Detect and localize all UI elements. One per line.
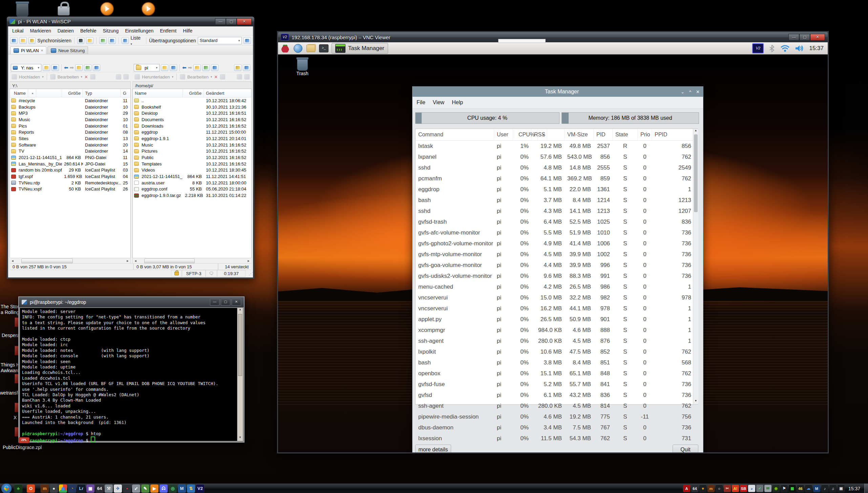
- column-prio[interactable]: Prio: [638, 129, 652, 141]
- mirror-files-icon[interactable]: [28, 37, 36, 44]
- taskbar-icon[interactable]: 64: [96, 485, 104, 493]
- scroll-up-icon[interactable]: ▲: [693, 129, 698, 134]
- maximize-button[interactable]: ▢: [799, 34, 810, 41]
- scroll-thumb[interactable]: [694, 134, 698, 212]
- file-row[interactable]: Backups Dateiordner 10: [10, 104, 130, 110]
- parent-dir-icon[interactable]: [193, 64, 201, 71]
- tray-icon[interactable]: SB: [740, 485, 747, 492]
- process-row[interactable]: gvfs-mtp-volume-monitor pi 0% 4.5 MB 39.…: [416, 249, 698, 260]
- process-row[interactable]: applet.py pi 0% 26.5 MB 50.9 MB 901 S 0 …: [416, 314, 698, 325]
- file-row[interactable]: Music 10.12.2021 16:16:52: [133, 142, 251, 148]
- open-folder-icon[interactable]: [161, 64, 168, 71]
- tray-icon[interactable]: ▦: [789, 485, 796, 492]
- forward-icon[interactable]: ➡: [188, 65, 192, 71]
- menu-item[interactable]: Sitzung: [103, 28, 119, 34]
- console-icon[interactable]: [77, 37, 85, 44]
- transfer-preset-select[interactable]: Standard▾: [198, 37, 242, 44]
- forward-icon[interactable]: ➡: [70, 65, 74, 71]
- taskbar-icon[interactable]: ♣: [14, 485, 22, 493]
- download-button[interactable]: Herunterladen: [142, 74, 170, 80]
- column-size[interactable]: Größe: [62, 89, 83, 97]
- desktop-label[interactable]: X: [14, 415, 17, 420]
- taskbar-icon[interactable]: ◔: [68, 485, 76, 493]
- pi-trash-shortcut[interactable]: Trash: [292, 59, 313, 76]
- tray-icon[interactable]: A!: [732, 485, 739, 492]
- bluetooth-icon[interactable]: [768, 44, 775, 52]
- expand-icon[interactable]: [244, 74, 250, 80]
- file-row[interactable]: Desktop 10.12.2021 16:16:51: [133, 110, 251, 116]
- refresh-icon[interactable]: [99, 37, 107, 44]
- process-row[interactable]: lxpolkit pi 0% 10.6 MB 47.5 MB 852 S 0 7…: [416, 346, 698, 357]
- close-button[interactable]: ✕: [810, 34, 825, 41]
- taskbar-task-manager[interactable]: Task Manager: [332, 43, 388, 54]
- file-row[interactable]: Pics Dateiordner 01: [10, 123, 130, 129]
- filter-icon[interactable]: [170, 64, 177, 71]
- taskbar-icon[interactable]: m: [41, 485, 49, 493]
- column-state[interactable]: State: [613, 129, 638, 141]
- taskbar-icon[interactable]: ➶: [132, 485, 140, 493]
- maximize-button[interactable]: ▢: [226, 18, 237, 25]
- process-row[interactable]: gvfsd-fuse pi 0% 5.2 MB 55.7 MB 841 S 0 …: [416, 379, 698, 390]
- wifi-icon[interactable]: [780, 44, 790, 52]
- process-row[interactable]: ssh-agent pi 0% 280.0 KB 4.5 MB 814 S 0 …: [416, 401, 698, 411]
- desktop-label[interactable]: Awkward: [1, 368, 20, 373]
- tray-icon[interactable]: A: [683, 485, 690, 492]
- process-row[interactable]: dbus-daemon pi 0% 3.4 MB 7.5 MB 767 S 0 …: [416, 422, 698, 433]
- minimize-button[interactable]: —: [215, 18, 226, 25]
- media-shortcut-icon-2[interactable]: [142, 2, 155, 16]
- process-row[interactable]: vncserverui pi 0% 16.2 MB 44.1 MB 978 S …: [416, 303, 698, 314]
- command-icon[interactable]: [86, 37, 94, 44]
- vnc-toolbar-peek[interactable]: [498, 39, 545, 43]
- sync-browsing-icon[interactable]: [19, 37, 27, 44]
- tray-icon[interactable]: ◕: [748, 485, 755, 492]
- download-icon[interactable]: [135, 74, 140, 80]
- expand-icon[interactable]: [123, 74, 129, 80]
- process-row[interactable]: eggdrop pi 0% 5.1 MB 22.0 MB 1361 S 0 1: [416, 184, 698, 195]
- file-row[interactable]: eggdrop-1.9.1 10.12.2021 20:14:01: [133, 135, 251, 142]
- file-row[interactable]: Sites Dateiordner 13: [10, 135, 130, 142]
- process-row[interactable]: sshd pi 0% 4.3 MB 14.1 MB 1213 S 0 1207: [416, 206, 698, 217]
- transfer-settings-icon[interactable]: [244, 37, 251, 44]
- add-bookmark-icon[interactable]: [234, 64, 242, 71]
- tray-icon[interactable]: ✂: [724, 485, 731, 492]
- file-row[interactable]: random bis 20mb.xspf 29 KB IceCast Playl…: [10, 167, 130, 174]
- file-row[interactable]: Reports Dateiordner 08: [10, 129, 130, 135]
- menu-item[interactable]: Help: [452, 100, 463, 106]
- tray-icon[interactable]: M: [813, 485, 820, 492]
- process-row[interactable]: bash pi 0% 3.8 MB 8.4 MB 851 S 0 568: [416, 357, 698, 368]
- pi-menu-button[interactable]: [280, 44, 290, 53]
- process-row[interactable]: gvfs-afc-volume-monitor pi 0% 5.5 MB 51.…: [416, 228, 698, 238]
- process-row[interactable]: bash pi 0% 3.7 MB 8.4 MB 1214 S 0 1213: [416, 195, 698, 206]
- tray-icon[interactable]: ▣: [838, 485, 845, 492]
- column-name[interactable]: Name: [133, 89, 183, 97]
- session-dialog-icon[interactable]: 🗨: [206, 270, 217, 277]
- remote-dir-select[interactable]: pi▾: [134, 64, 160, 71]
- pi-clock[interactable]: 15:37: [809, 45, 824, 52]
- list-dropdown[interactable]: Liste ▾: [130, 35, 143, 46]
- pi-desktop[interactable]: Trash Task Manager ⌄ ^ ✕ FileViewHelp CP…: [278, 55, 828, 452]
- taskbar-icon[interactable]: ✎: [141, 485, 149, 493]
- recycle-bin-icon[interactable]: [16, 3, 28, 17]
- maximize-button[interactable]: ^: [689, 89, 691, 94]
- taskbar-icon[interactable]: ▣: [86, 485, 95, 493]
- taskbar-icon[interactable]: ✈: [114, 485, 122, 493]
- settings-icon[interactable]: [108, 37, 116, 44]
- close-button[interactable]: ✕: [232, 299, 241, 305]
- file-row[interactable]: Public 10.12.2021 16:16:52: [133, 154, 251, 161]
- taskbar-icon[interactable]: •: [123, 485, 131, 493]
- edit-icon[interactable]: [50, 74, 56, 80]
- quit-button[interactable]: Quit: [673, 445, 698, 452]
- terminal-body[interactable]: Module loaded: serverINFO: The config se…: [20, 308, 243, 441]
- more-details-button[interactable]: more details: [415, 445, 451, 452]
- file-row[interactable]: Documents 10.12.2021 16:16:52: [133, 116, 251, 123]
- file-row[interactable]: Videos 10.12.2021 18:30:45: [133, 167, 251, 174]
- file-row[interactable]: Templates 10.12.2021 16:16:52: [133, 161, 251, 167]
- tray-icon[interactable]: ♫: [829, 485, 836, 492]
- process-row[interactable]: lxpanel pi 0% 57.6 MB 543.0 MB 856 S 0 7…: [416, 152, 698, 163]
- process-row[interactable]: sshd pi 0% 4.8 MB 14.8 MB 2555 S 0 2549: [416, 163, 698, 173]
- scroll-down-icon[interactable]: ▼: [237, 436, 243, 441]
- menu-item[interactable]: Hilfe: [183, 28, 192, 34]
- menu-item[interactable]: File: [417, 100, 426, 106]
- process-table-scrollbar[interactable]: ▲ ▼: [693, 129, 698, 404]
- column-command[interactable]: Command: [416, 129, 494, 141]
